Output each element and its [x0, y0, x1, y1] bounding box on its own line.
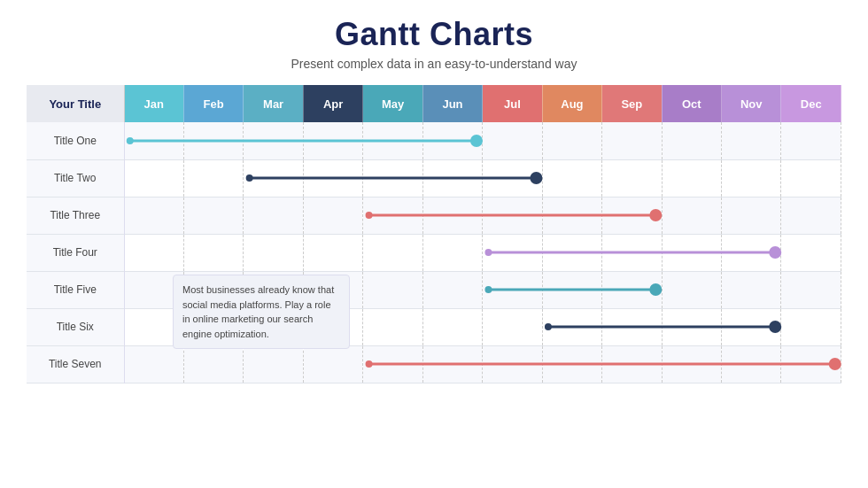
row-label-0: Title One [27, 122, 124, 159]
cell-r4-c7 [542, 271, 601, 308]
cell-r4-c5 [422, 271, 482, 308]
gantt-header: Your TitleJanFebMarAprMayJunJulAugSepOct… [27, 85, 841, 122]
row-label-2: Title Three [27, 197, 124, 234]
page-title: Gantt Charts [335, 16, 533, 53]
cell-r2-c6 [483, 197, 542, 234]
cell-r3-c2 [244, 234, 303, 271]
cell-r6-c5 [422, 345, 482, 383]
cell-r1-c4 [363, 159, 422, 197]
cell-r1-c11 [781, 159, 841, 197]
cell-r3-c7 [542, 234, 601, 271]
cell-r3-c3 [303, 234, 362, 271]
header-month-feb: Feb [183, 85, 243, 122]
cell-r4-c9 [662, 271, 721, 308]
cell-r0-c8 [602, 122, 662, 159]
row-label-6: Title Seven [27, 345, 124, 383]
cell-r1-c7 [542, 159, 601, 197]
cell-r2-c1 [183, 197, 243, 234]
row-label-4: Title Five [27, 271, 124, 308]
table-row: Title Five [27, 271, 841, 308]
cell-r3-c5 [422, 234, 482, 271]
cell-r2-c4 [363, 197, 422, 234]
gantt-chart: Your TitleJanFebMarAprMayJunJulAugSepOct… [27, 85, 841, 479]
cell-r6-c7 [542, 345, 601, 383]
tooltip-box: Most businesses already know that social… [173, 275, 350, 349]
cell-r6-c1 [183, 345, 243, 383]
cell-r5-c8 [602, 308, 662, 345]
cell-r4-c4 [363, 271, 422, 308]
header-month-mar: Mar [244, 85, 303, 122]
cell-r4-c10 [722, 271, 781, 308]
cell-r0-c4 [363, 122, 422, 159]
cell-r5-c5 [422, 308, 482, 345]
cell-r5-c9 [662, 308, 721, 345]
cell-r5-c11 [781, 308, 841, 345]
cell-r5-c4 [363, 308, 422, 345]
table-row: Title Three [27, 197, 841, 234]
header-month-oct: Oct [662, 85, 721, 122]
header-month-may: May [363, 85, 422, 122]
cell-r0-c10 [722, 122, 781, 159]
cell-r1-c0 [124, 159, 183, 197]
cell-r6-c8 [602, 345, 662, 383]
header-month-dec: Dec [781, 85, 841, 122]
header-month-jun: Jun [422, 85, 482, 122]
cell-r5-c7 [542, 308, 601, 345]
tooltip-text: Most businesses already know that social… [182, 284, 334, 339]
gantt-table: Your TitleJanFebMarAprMayJunJulAugSepOct… [27, 85, 841, 383]
cell-r3-c1 [183, 234, 243, 271]
cell-r3-c0 [124, 234, 183, 271]
cell-r2-c10 [722, 197, 781, 234]
cell-r5-c6 [483, 308, 542, 345]
cell-r5-c10 [722, 308, 781, 345]
cell-r0-c3 [303, 122, 362, 159]
row-label-3: Title Four [27, 234, 124, 271]
cell-r1-c9 [662, 159, 721, 197]
table-row: Title Two [27, 159, 841, 197]
cell-r0-c6 [483, 122, 542, 159]
table-row: Title Six [27, 308, 841, 345]
cell-r0-c11 [781, 122, 841, 159]
table-row: Title Seven [27, 345, 841, 383]
cell-r3-c8 [602, 234, 662, 271]
row-label-1: Title Two [27, 159, 124, 197]
header-label: Your Title [27, 85, 124, 122]
header-month-apr: Apr [303, 85, 362, 122]
cell-r3-c9 [662, 234, 721, 271]
cell-r0-c0 [124, 122, 183, 159]
header-month-nov: Nov [722, 85, 781, 122]
page: Gantt Charts Present complex data in an … [0, 0, 868, 488]
cell-r6-c9 [662, 345, 721, 383]
cell-r1-c2 [244, 159, 303, 197]
cell-r0-c5 [422, 122, 482, 159]
table-row: Title Four [27, 234, 841, 271]
cell-r4-c8 [602, 271, 662, 308]
cell-r2-c11 [781, 197, 841, 234]
table-row: Title One [27, 122, 841, 159]
cell-r6-c6 [483, 345, 542, 383]
cell-r6-c11 [781, 345, 841, 383]
cell-r0-c2 [244, 122, 303, 159]
cell-r3-c11 [781, 234, 841, 271]
cell-r1-c10 [722, 159, 781, 197]
cell-r6-c2 [244, 345, 303, 383]
cell-r1-c1 [183, 159, 243, 197]
cell-r1-c6 [483, 159, 542, 197]
cell-r2-c3 [303, 197, 362, 234]
cell-r4-c6 [483, 271, 542, 308]
cell-r0-c1 [183, 122, 243, 159]
cell-r2-c9 [662, 197, 721, 234]
cell-r6-c0 [124, 345, 183, 383]
cell-r2-c5 [422, 197, 482, 234]
page-subtitle: Present complex data in an easy-to-under… [291, 57, 577, 71]
cell-r2-c0 [124, 197, 183, 234]
cell-r6-c3 [303, 345, 362, 383]
cell-r2-c2 [244, 197, 303, 234]
cell-r4-c11 [781, 271, 841, 308]
cell-r0-c7 [542, 122, 601, 159]
cell-r3-c6 [483, 234, 542, 271]
cell-r1-c5 [422, 159, 482, 197]
header-month-jul: Jul [483, 85, 542, 122]
cell-r0-c9 [662, 122, 721, 159]
cell-r6-c4 [363, 345, 422, 383]
